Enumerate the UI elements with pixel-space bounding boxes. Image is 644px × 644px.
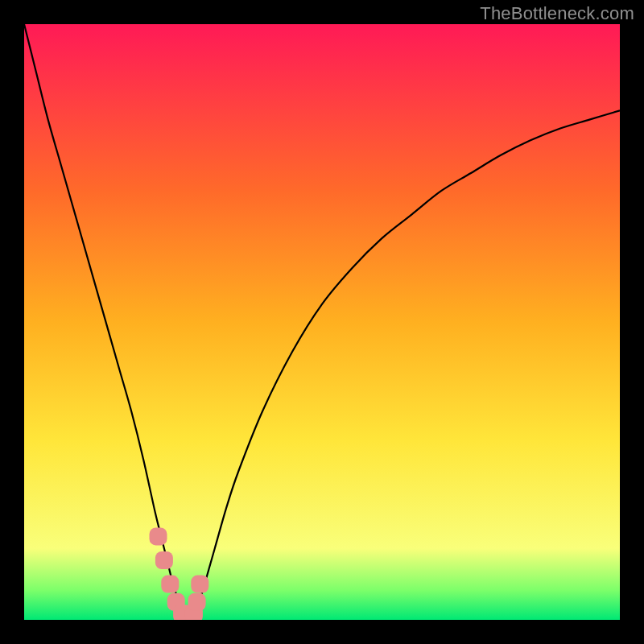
bottleneck-curve-layer <box>24 24 620 620</box>
watermark-text: TheBottleneck.com <box>480 3 634 24</box>
optimal-zone-markers <box>150 527 209 620</box>
optimal-marker <box>191 576 208 593</box>
bottleneck-curve <box>24 24 620 615</box>
optimal-marker <box>161 576 179 593</box>
optimal-marker <box>188 593 206 611</box>
optimal-marker <box>150 527 167 545</box>
plot-area <box>24 24 620 620</box>
chart-frame: TheBottleneck.com <box>0 0 644 644</box>
optimal-marker <box>155 551 173 569</box>
